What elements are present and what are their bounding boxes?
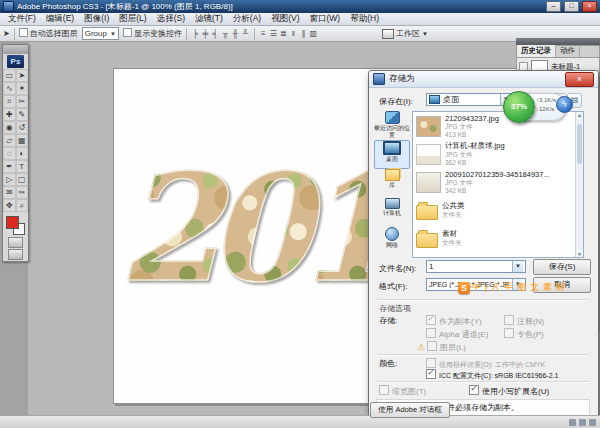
healing-brush-tool-icon[interactable]: ✚ xyxy=(3,108,16,121)
menu-layer[interactable]: 图层(L) xyxy=(115,13,150,25)
security-shield-icon[interactable]: ϟ xyxy=(556,96,573,113)
menu-filter[interactable]: 滤镜(T) xyxy=(191,13,227,25)
folder-row[interactable]: 公共类 文件夹 xyxy=(413,196,583,224)
menu-window[interactable]: 窗口(W) xyxy=(306,13,345,25)
menu-edit[interactable]: 编辑(E) xyxy=(42,13,78,25)
sidebar-item-computer[interactable]: 计算机 xyxy=(374,198,410,227)
menu-select[interactable]: 选择(S) xyxy=(153,13,189,25)
history-brush-tool-icon[interactable]: ↺ xyxy=(16,121,29,134)
clone-stamp-tool-icon[interactable]: ◉ xyxy=(3,121,16,134)
layers-checkbox[interactable]: ⚠图层(L) xyxy=(417,341,466,353)
workspace-button[interactable]: 工作区 ▼ xyxy=(382,28,428,39)
menu-image[interactable]: 图像(I) xyxy=(80,13,113,25)
photoshop-window: Adobe Photoshop CS3 - [未标题-1 @ 100% (图层 … xyxy=(0,0,600,428)
hand-tool-icon[interactable]: ✥ xyxy=(3,199,16,212)
save-in-dropdown[interactable]: 桌面 ▼ xyxy=(426,93,514,106)
minimize-button[interactable]: – xyxy=(546,1,561,12)
photoshop-app-icon xyxy=(3,1,14,12)
menu-analysis[interactable]: 分析(A) xyxy=(229,13,265,25)
tools-palette-header[interactable] xyxy=(3,45,28,54)
menu-help[interactable]: 帮助(H) xyxy=(346,13,383,25)
scrollbar-thumb[interactable] xyxy=(577,124,582,164)
computer-icon xyxy=(385,198,400,209)
eraser-tool-icon[interactable]: ▱ xyxy=(3,134,16,147)
color-swatches xyxy=(3,214,28,236)
spot-colors-checkbox[interactable]: 专色(P) xyxy=(504,328,544,340)
shape-tool-icon[interactable]: ▢ xyxy=(16,173,29,186)
panel-tabs: 历史记录 动作 xyxy=(516,45,600,57)
close-button[interactable]: × xyxy=(582,1,597,12)
divider xyxy=(377,381,589,383)
brush-tool-icon[interactable]: ✎ xyxy=(16,108,29,121)
lasso-tool-icon[interactable]: ∿ xyxy=(3,82,16,95)
recent-places-icon xyxy=(385,111,400,124)
menu-file[interactable]: 文件(F) xyxy=(4,13,40,25)
icc-profile-checkbox[interactable]: ICC 配置文件(C): sRGB IEC61966-2.1 xyxy=(426,369,558,381)
screen-mode-button[interactable] xyxy=(8,249,23,260)
alpha-channels-checkbox[interactable]: Alpha 通道(E) xyxy=(426,328,488,340)
acceleration-ball[interactable]: 37% xyxy=(503,91,535,123)
tool-options-bar: ➤ 自动选择图层 Group▼ 显示变换控件 ╞╪╡╥╫╨ ≡☰≣‖∥▥ 工作区… xyxy=(0,26,600,42)
panel-dock-header[interactable] xyxy=(516,38,600,45)
move-tool-icon: ➤ xyxy=(3,29,10,38)
tab-actions[interactable]: 动作 xyxy=(556,45,580,57)
folder-row[interactable]: 素材 文件夹 xyxy=(413,224,583,252)
taskbar-tray-icons[interactable] xyxy=(569,419,596,426)
tab-history[interactable]: 历史记录 xyxy=(517,45,556,57)
image-thumbnail xyxy=(416,172,441,193)
divider xyxy=(377,354,589,356)
magic-wand-tool-icon[interactable]: ✶ xyxy=(16,82,29,95)
chevron-down-icon: ▼ xyxy=(422,31,428,37)
lowercase-extension-checkbox[interactable]: 使用小写扩展名(U) xyxy=(469,385,549,397)
options-separator xyxy=(254,28,255,40)
format-label: 格式(F): xyxy=(379,281,407,292)
file-list: 2120943237.jpg JPG 文件 413 KB 计算机-材质球.jpg… xyxy=(412,111,584,258)
maximize-button[interactable]: □ xyxy=(564,1,579,12)
menu-view[interactable]: 视图(V) xyxy=(267,13,303,25)
warning-icon: ⚠ xyxy=(417,342,425,352)
zoom-tool-icon[interactable]: ⌕ xyxy=(16,199,29,212)
notes-tool-icon[interactable]: ✉ xyxy=(3,186,16,199)
sidebar-item-recent[interactable]: 最近访问的位置 xyxy=(374,111,410,140)
annotations-checkbox[interactable]: 注释(N) xyxy=(504,315,544,327)
use-adobe-dialog-button[interactable]: 使用 Adobe 对话框 xyxy=(370,402,450,418)
dialog-title: 存储为 xyxy=(389,73,561,85)
dialog-close-button[interactable]: × xyxy=(565,72,594,87)
path-select-tool-icon[interactable]: ▷ xyxy=(3,173,16,186)
speed-widget-stats: ↑3.1K/s ↓12K/s xyxy=(536,96,558,114)
dodge-tool-icon[interactable]: ◐ xyxy=(16,147,29,160)
move-tool-icon[interactable]: ➤ xyxy=(16,69,29,82)
save-button[interactable]: 保存(S) xyxy=(533,259,591,275)
file-row[interactable]: 20091027012359-345184937... JPG 文件 342 K… xyxy=(413,168,583,196)
taskbar[interactable] xyxy=(0,415,600,428)
slice-tool-icon[interactable]: ✂ xyxy=(16,95,29,108)
dialog-title-bar[interactable]: 存储为 × xyxy=(369,71,598,88)
tools-palette: Ps ▭➤ ∿✶ ⌗✂ ✚✎ ◉↺ ▱▦ ◌◐ ✒T ▷▢ ✉✑ ✥⌕ xyxy=(2,44,29,262)
as-copy-checkbox[interactable]: 作为副本(Y) xyxy=(426,315,482,327)
sidebar-item-libraries[interactable]: 库 xyxy=(374,169,410,198)
blur-tool-icon[interactable]: ◌ xyxy=(3,147,16,160)
save-dialog-icon xyxy=(373,73,385,85)
distribute-buttons[interactable]: ≡☰≣‖∥▥ xyxy=(259,29,318,39)
save-as-dialog: 存储为 × 保存在(I): 桌面 ▼ ◄ ⇧ ▣ ▤ 最近访问的位置 桌面 xyxy=(368,70,599,420)
thumbnail-checkbox[interactable]: 缩览图(T) xyxy=(379,385,426,397)
align-buttons[interactable]: ╞╪╡╥╫╨ xyxy=(191,29,250,39)
type-tool-icon[interactable]: T xyxy=(16,160,29,173)
marquee-tool-icon[interactable]: ▭ xyxy=(3,69,16,82)
file-list-scrollbar[interactable]: ▲ ▼ xyxy=(575,112,583,257)
auto-select-group-dropdown[interactable]: Group▼ xyxy=(82,27,119,40)
crop-tool-icon[interactable]: ⌗ xyxy=(3,95,16,108)
save-in-label: 保存在(I): xyxy=(379,96,413,107)
sidebar-item-network[interactable]: 网络 xyxy=(374,227,410,256)
auto-select-checkbox[interactable]: 自动选择图层 xyxy=(19,28,78,39)
sidebar-item-desktop[interactable]: 桌面 xyxy=(374,140,410,169)
foreground-color-swatch[interactable] xyxy=(6,216,19,229)
quick-mask-button[interactable] xyxy=(8,237,23,248)
workspace-icon xyxy=(382,29,394,39)
gradient-tool-icon[interactable]: ▦ xyxy=(16,134,29,147)
eyedropper-tool-icon[interactable]: ✑ xyxy=(16,186,29,199)
show-transform-checkbox[interactable]: 显示变换控件 xyxy=(123,28,182,39)
filename-input[interactable]: 1 ▼ xyxy=(426,260,526,273)
pen-tool-icon[interactable]: ✒ xyxy=(3,160,16,173)
file-row[interactable]: 计算机-材质球.jpg JPG 文件 362 KB xyxy=(413,140,583,168)
